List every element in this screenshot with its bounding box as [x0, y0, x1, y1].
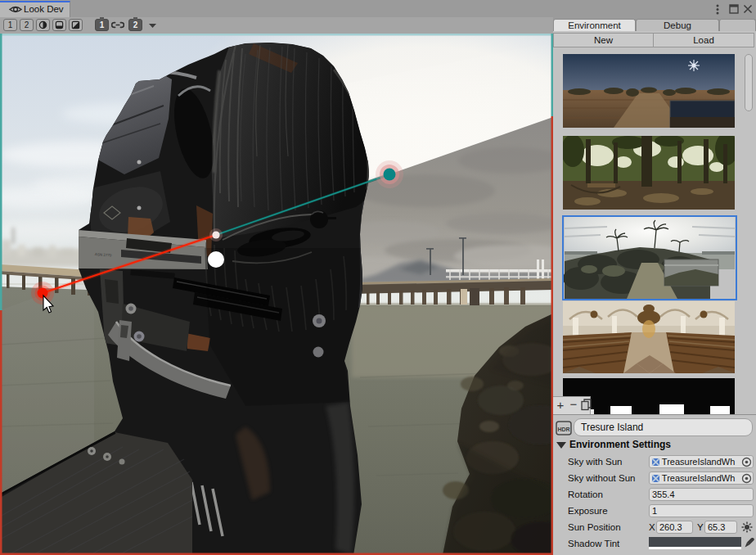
svg-text:HDR: HDR	[557, 426, 569, 432]
